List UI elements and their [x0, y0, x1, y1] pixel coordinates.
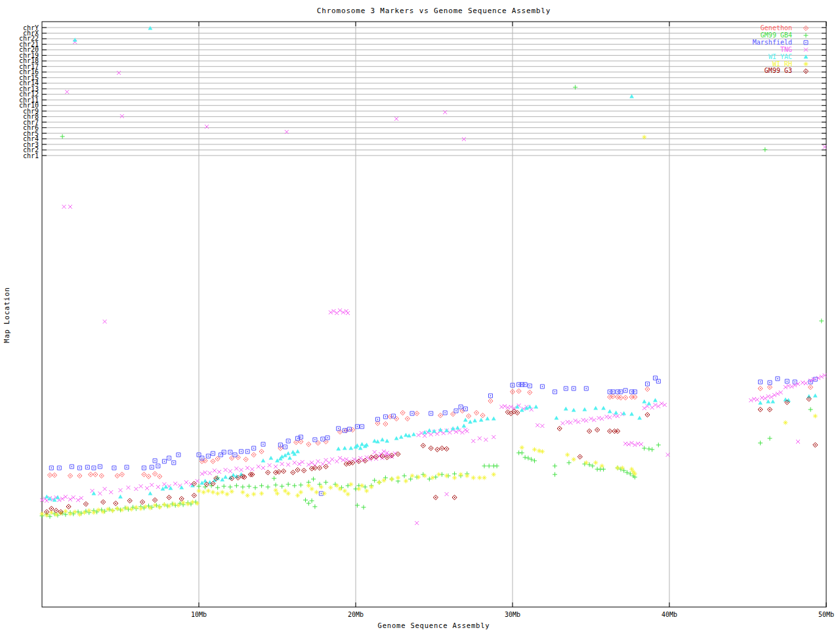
x-tick-10Mb: 10Mb	[179, 611, 219, 618]
legend-label-genethon: Genethon	[694, 25, 792, 32]
chart-canvas: Chromosome 3 Markers vs Genome Sequence …	[0, 0, 840, 630]
series-marshfield	[49, 41, 817, 495]
legend-label-tng: TNG	[694, 47, 792, 53]
legend-label-gm99-g3: GM99 G3	[694, 68, 792, 74]
legend-label-gm99-gb4: GM99 GB4	[694, 32, 792, 39]
legend-label-wi-yac: WI YAC	[694, 54, 792, 60]
series-wi-rh	[40, 62, 818, 518]
x-tick-50Mb: 50Mb	[807, 611, 840, 618]
series-wi-yac	[45, 26, 818, 501]
x-tick-40Mb: 40Mb	[650, 611, 689, 618]
legend-label-wi-rh: WI RH	[694, 61, 792, 68]
series-genethon	[47, 26, 812, 478]
series-tng	[40, 40, 827, 525]
chart-title: Chromosome 3 Markers vs Genome Sequence …	[257, 7, 611, 15]
series-gm99-g3	[45, 69, 818, 514]
x-tick-20Mb: 20Mb	[336, 611, 375, 618]
plot-border	[42, 22, 826, 607]
x-tick-30Mb: 30Mb	[493, 611, 532, 618]
chrom-label-chr1: chr1	[0, 153, 39, 159]
plot-svg	[0, 0, 840, 630]
series-gm99-gb4	[40, 33, 824, 518]
x-axis-title: Genome Sequence Assembly	[335, 621, 532, 629]
y-axis-title: Map Location	[3, 217, 12, 413]
legend-label-marshfield: Marshfield	[694, 39, 792, 46]
